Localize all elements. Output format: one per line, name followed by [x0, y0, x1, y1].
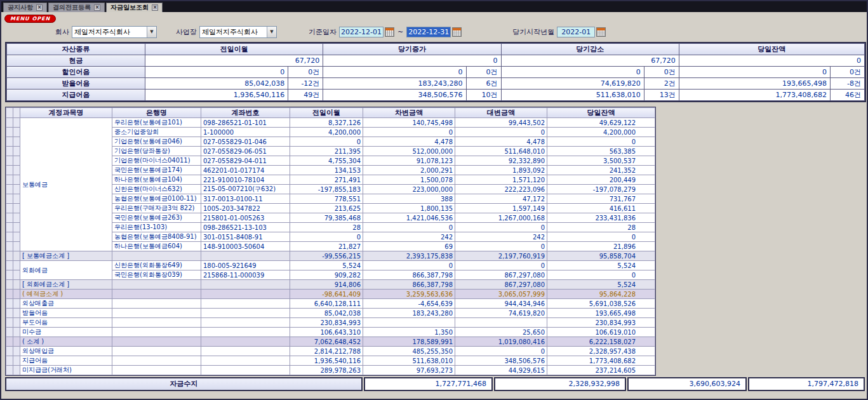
calendar-icon[interactable] [452, 27, 462, 37]
row-indicator[interactable] [6, 156, 13, 166]
row-indicator[interactable] [13, 213, 20, 223]
row-indicator[interactable] [6, 232, 13, 242]
period-start-input[interactable]: 2022-01 [557, 27, 595, 37]
row-indicator[interactable] [13, 270, 20, 280]
row-indicator[interactable] [6, 137, 13, 147]
company-select[interactable]: 제일저지주식회사 ▼ [72, 26, 157, 38]
row-indicator[interactable] [6, 356, 13, 366]
row-indicator[interactable] [6, 166, 13, 175]
tab-1[interactable]: 공지사항× [3, 3, 47, 12]
row-indicator[interactable] [6, 299, 13, 309]
row-indicator[interactable] [6, 318, 13, 328]
row-indicator[interactable] [13, 232, 20, 242]
row-indicator-header [13, 108, 20, 118]
tab-2[interactable]: 결의전표등록× [48, 3, 105, 12]
bank-name-empty [112, 328, 201, 337]
amount-cell: 7,062,648,452 [290, 337, 363, 347]
row-indicator[interactable] [6, 309, 13, 318]
summary-row[interactable]: 받을어음85,042,038-12건183,243,2806건74,619,82… [7, 78, 865, 90]
tab-close-icon[interactable]: × [94, 4, 100, 11]
row-indicator[interactable] [13, 194, 20, 204]
amount-cell: 178,589,991 [363, 337, 455, 347]
tab-close-icon[interactable]: × [152, 4, 158, 11]
account-row[interactable]: 부도어음230,834,993230,834,993 [6, 318, 655, 328]
row-indicator[interactable] [13, 137, 20, 147]
site-select[interactable]: 제일저지주식회사 ▼ [199, 26, 277, 38]
row-indicator[interactable] [6, 185, 13, 194]
account-row[interactable]: 외상매입금2,814,212,788485,255,35002,328,957,… [6, 347, 655, 356]
row-indicator[interactable] [13, 328, 20, 337]
row-indicator[interactable] [6, 242, 13, 251]
row-indicator[interactable] [6, 223, 13, 232]
account-row[interactable]: 미수금106,643,3101,35025,650106,619,010 [6, 328, 655, 337]
row-indicator[interactable] [6, 366, 13, 375]
row-indicator[interactable] [13, 347, 20, 356]
account-number-empty [201, 309, 290, 318]
row-indicator[interactable] [13, 366, 20, 375]
account-row[interactable]: 지급어음1,936,540,116511,638,010348,506,5761… [6, 356, 655, 366]
row-indicator[interactable] [13, 356, 20, 366]
account-number: 301-0151-8408-91 [201, 232, 290, 242]
bank-name-empty [112, 366, 201, 375]
row-indicator[interactable] [13, 290, 20, 299]
row-indicator[interactable] [13, 280, 20, 290]
row-indicator[interactable] [13, 204, 20, 213]
chevron-down-icon[interactable]: ▼ [267, 27, 276, 37]
row-indicator[interactable] [6, 147, 13, 156]
chevron-down-icon[interactable]: ▼ [147, 27, 156, 37]
row-indicator[interactable] [6, 347, 13, 356]
row-indicator[interactable] [6, 118, 13, 128]
account-row[interactable]: 외상매출금6,640,128,111-4,654,639944,434,9465… [6, 299, 655, 309]
calendar-icon[interactable] [596, 27, 606, 37]
subtotal-row[interactable]: [ 외화예금소계 ]914,806866,387,798867,297,0805… [6, 280, 655, 290]
row-indicator[interactable] [6, 213, 13, 223]
tab-3[interactable]: 자금일보조회× [106, 3, 163, 12]
row-indicator[interactable] [13, 299, 20, 309]
row-indicator[interactable] [6, 328, 13, 337]
amount-cell: -197,078,279 [547, 185, 655, 194]
date-from-input[interactable]: 2022-12-01 [339, 27, 384, 37]
row-indicator[interactable] [6, 290, 13, 299]
row-indicator[interactable] [13, 166, 20, 175]
summary-row[interactable]: 현금67,720067,7200 [7, 55, 865, 67]
account-row[interactable]: 미지급금(거래처)289,978,26397,693,27344,929,615… [6, 366, 655, 375]
row-indicator[interactable] [13, 147, 20, 156]
row-indicator[interactable] [6, 251, 13, 261]
row-indicator[interactable] [13, 318, 20, 328]
subtotal-row[interactable]: [ 보통예금소계 ]-99,556,2152,393,175,8382,197,… [6, 251, 655, 261]
summary-row[interactable]: 지급어음1,936,540,11649건348,506,57610건511,63… [7, 90, 865, 101]
row-indicator-header [6, 108, 13, 118]
row-indicator[interactable] [6, 280, 13, 290]
row-indicator[interactable] [13, 261, 20, 270]
row-indicator[interactable] [13, 118, 20, 128]
tab-close-icon[interactable]: × [36, 4, 43, 11]
row-indicator[interactable] [13, 185, 20, 194]
row-indicator[interactable] [13, 128, 20, 137]
row-indicator[interactable] [13, 175, 20, 185]
row-indicator[interactable] [6, 175, 13, 185]
row-indicator[interactable] [6, 204, 13, 213]
bank-name-empty [112, 337, 201, 347]
bank-account-row[interactable]: 외화예금신한은행(외화통장649)180-005-9216495,524005,… [6, 261, 655, 270]
row-indicator[interactable] [6, 337, 13, 347]
row-indicator[interactable] [6, 194, 13, 204]
menu-open-button[interactable]: MENU OPEN [4, 15, 56, 23]
amount-cell: 0 [455, 128, 547, 137]
deposit-subtotal-row[interactable]: ( 예적금소계 )-98,641,4093,259,563,6363,065,0… [6, 290, 655, 299]
row-indicator[interactable] [6, 270, 13, 280]
row-indicator[interactable] [6, 261, 13, 270]
bank-account-row[interactable]: 보통예금우리은행(보통예금101)098-286521-01-1018,327,… [6, 118, 655, 128]
row-indicator[interactable] [6, 128, 13, 137]
amount-cell: 3,259,563,636 [363, 290, 455, 299]
account-row[interactable]: 받을어음85,042,038183,243,28074,619,820193,6… [6, 309, 655, 318]
row-indicator[interactable] [13, 337, 20, 347]
row-indicator[interactable] [13, 223, 20, 232]
date-to-input[interactable]: 2022-12-31 [406, 27, 451, 37]
row-indicator[interactable] [13, 242, 20, 251]
calendar-icon[interactable] [385, 27, 394, 37]
row-indicator[interactable] [13, 156, 20, 166]
row-indicator[interactable] [13, 251, 20, 261]
row-indicator[interactable] [13, 309, 20, 318]
total-row[interactable]: ( 소계 )7,062,648,452178,589,9911,019,080,… [6, 337, 655, 347]
summary-row[interactable]: 할인어음00건00건00건00건 [7, 67, 865, 78]
